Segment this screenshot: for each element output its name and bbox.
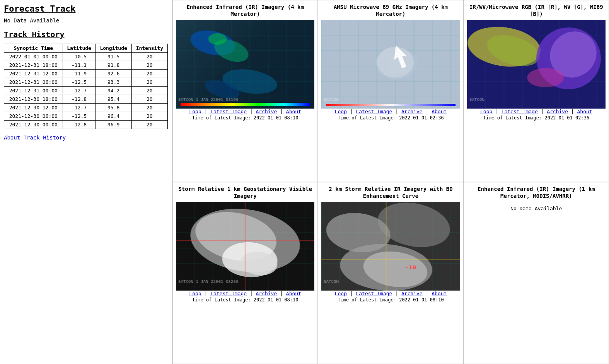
imagery-image-amsu-89ghz — [321, 20, 460, 109]
imagery-title-modis-1km: Enhanced Infrared (IR) Imagery (1 km Mer… — [467, 185, 606, 199]
table-row: 2021-12-30 06:00-12.596.420 — [4, 112, 168, 121]
imagery-title-vis-1km: Storm Relative 1 km Geostationary Visibl… — [176, 185, 314, 199]
table-cell-lat: -12.7 — [63, 87, 96, 95]
table-cell-lon: 93.3 — [96, 78, 131, 87]
separator: | — [277, 291, 286, 296]
table-row: 2021-12-31 00:00-12.794.220 — [4, 87, 168, 95]
table-cell-lat: -11.9 — [63, 70, 96, 78]
separator: | — [392, 291, 401, 296]
separator: | — [247, 109, 256, 114]
col-header-time: Synoptic Time — [4, 44, 63, 53]
imagery-image-vis-1km — [176, 202, 314, 291]
imagery-links-amsu-89ghz: Loop | Latest Image | Archive | About — [335, 109, 447, 114]
col-header-intensity: Intensity — [131, 44, 167, 53]
forecast-no-data: No Data Available — [4, 17, 168, 24]
table-cell-time: 2021-12-31 06:00 — [4, 78, 63, 87]
table-row: 2022-01-01 00:00-10.591.520 — [4, 53, 168, 61]
link-latest-image-vis-1km[interactable]: Latest Image — [210, 291, 247, 296]
link-latest-image-ir-4km[interactable]: Latest Image — [210, 109, 247, 114]
imagery-time-ir-wv-rgb: Time of Latest Image: 2022-01-01 02:36 — [483, 115, 590, 121]
separator: | — [423, 109, 432, 114]
separator: | — [201, 109, 210, 114]
right-panel: Enhanced Infrared (IR) Imagery (4 km Mer… — [172, 0, 609, 364]
table-row: 2021-12-31 18:00-11.191.820 — [4, 61, 168, 70]
imagery-image-ir-wv-rgb — [467, 20, 606, 109]
link-about-bd-2km[interactable]: About — [432, 291, 447, 296]
table-cell-lat: -10.5 — [63, 53, 96, 61]
table-cell-time: 2021-12-31 12:00 — [4, 70, 63, 78]
imagery-cell-modis-1km: Enhanced Infrared (IR) Imagery (1 km Mer… — [464, 182, 609, 364]
link-loop-amsu-89ghz[interactable]: Loop — [335, 109, 347, 114]
link-archive-amsu-89ghz[interactable]: Archive — [401, 109, 423, 114]
separator: | — [201, 291, 210, 296]
col-header-lat: Latitude — [63, 44, 96, 53]
imagery-cell-amsu-89ghz: AMSU Microwave 89 GHz Imagery (4 km Merc… — [318, 0, 463, 182]
separator: | — [423, 291, 432, 296]
table-cell-lat: -11.1 — [63, 61, 96, 70]
link-archive-bd-2km[interactable]: Archive — [401, 291, 423, 296]
imagery-links-ir-4km: Loop | Latest Image | Archive | About — [189, 109, 301, 114]
link-archive-ir-4km[interactable]: Archive — [256, 109, 277, 114]
separator: | — [392, 109, 401, 114]
link-about-ir-4km[interactable]: About — [286, 109, 301, 114]
table-cell-intensity: 20 — [131, 70, 167, 78]
imagery-time-amsu-89ghz: Time of Latest Image: 2022-01-01 02:36 — [338, 115, 444, 121]
table-cell-intensity: 20 — [131, 78, 167, 87]
track-history-table: Synoptic Time Latitude Longitude Intensi… — [4, 44, 168, 129]
about-track-history-link[interactable]: About Track History — [4, 134, 66, 141]
table-row: 2021-12-31 06:00-12.593.320 — [4, 78, 168, 87]
link-loop-ir-4km[interactable]: Loop — [189, 109, 201, 114]
table-cell-time: 2021-12-30 00:00 — [4, 121, 63, 129]
table-cell-intensity: 20 — [131, 104, 167, 112]
imagery-cell-ir-4km: Enhanced Infrared (IR) Imagery (4 km Mer… — [172, 0, 318, 182]
imagery-title-ir-wv-rgb: IR/WV/Microwave RGB (IR [R], WV [G], MI8… — [467, 3, 606, 17]
imagery-links-ir-wv-rgb: Loop | Latest Image | Archive | About — [480, 109, 592, 114]
separator: | — [568, 109, 577, 114]
link-about-amsu-89ghz[interactable]: About — [432, 109, 447, 114]
imagery-title-ir-4km: Enhanced Infrared (IR) Imagery (4 km Mer… — [176, 3, 314, 17]
link-archive-ir-wv-rgb[interactable]: Archive — [547, 109, 568, 114]
imagery-title-bd-2km: 2 km Storm Relative IR Imagery with BD E… — [321, 185, 460, 199]
table-cell-lat: -12.7 — [63, 104, 96, 112]
table-cell-time: 2021-12-30 12:00 — [4, 104, 63, 112]
table-cell-intensity: 20 — [131, 61, 167, 70]
table-cell-time: 2021-12-30 06:00 — [4, 112, 63, 121]
imagery-time-vis-1km: Time of Latest Image: 2022-01-01 08:10 — [192, 297, 299, 303]
separator: | — [347, 291, 356, 296]
table-cell-intensity: 20 — [131, 95, 167, 104]
link-about-ir-wv-rgb[interactable]: About — [577, 109, 592, 114]
imagery-links-bd-2km: Loop | Latest Image | Archive | About — [335, 291, 447, 296]
col-header-lon: Longitude — [96, 44, 131, 53]
table-cell-intensity: 20 — [131, 112, 167, 121]
table-cell-lon: 91.5 — [96, 53, 131, 61]
imagery-no-data-modis-1km: No Data Available — [510, 206, 562, 211]
link-archive-vis-1km[interactable]: Archive — [256, 291, 277, 296]
link-about-vis-1km[interactable]: About — [286, 291, 301, 296]
table-cell-lon: 95.8 — [96, 104, 131, 112]
imagery-title-amsu-89ghz: AMSU Microwave 89 GHz Imagery (4 km Merc… — [321, 3, 460, 17]
link-loop-vis-1km[interactable]: Loop — [189, 291, 201, 296]
separator: | — [347, 109, 356, 114]
separator: | — [492, 109, 501, 114]
link-loop-bd-2km[interactable]: Loop — [335, 291, 347, 296]
link-latest-image-bd-2km[interactable]: Latest Image — [356, 291, 392, 296]
table-cell-lon: 91.8 — [96, 61, 131, 70]
table-cell-lat: -12.5 — [63, 112, 96, 121]
link-latest-image-ir-wv-rgb[interactable]: Latest Image — [502, 109, 538, 114]
table-cell-time: 2021-12-31 00:00 — [4, 87, 63, 95]
imagery-time-bd-2km: Time of Latest Image: 2022-01-01 08:10 — [338, 297, 444, 303]
link-loop-ir-wv-rgb[interactable]: Loop — [480, 109, 492, 114]
table-cell-lon: 94.2 — [96, 87, 131, 95]
table-cell-lon: 92.6 — [96, 70, 131, 78]
table-row: 2021-12-30 00:00-12.896.920 — [4, 121, 168, 129]
imagery-cell-vis-1km: Storm Relative 1 km Geostationary Visibl… — [172, 182, 318, 364]
table-row: 2021-12-31 12:00-11.992.620 — [4, 70, 168, 78]
table-cell-lat: -12.8 — [63, 121, 96, 129]
separator: | — [538, 109, 547, 114]
table-cell-lat: -12.5 — [63, 78, 96, 87]
link-latest-image-amsu-89ghz[interactable]: Latest Image — [356, 109, 392, 114]
table-cell-lon: 95.4 — [96, 95, 131, 104]
table-cell-intensity: 20 — [131, 121, 167, 129]
track-history-title: Track History — [4, 30, 168, 39]
table-row: 2021-12-30 12:00-12.795.820 — [4, 104, 168, 112]
